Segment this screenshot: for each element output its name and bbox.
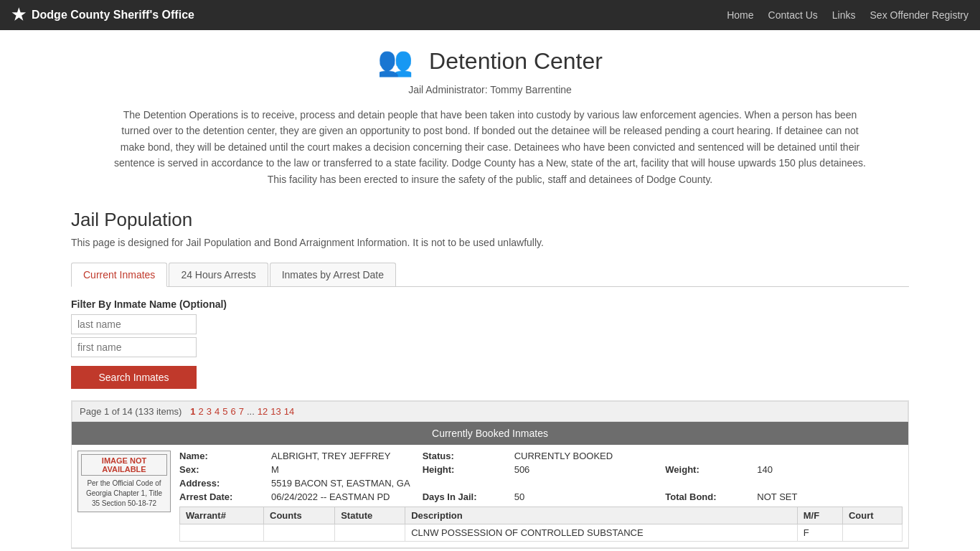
charge-statute <box>335 524 405 541</box>
col-court: Court <box>842 507 902 524</box>
nav-links: Home Contact Us Links Sex Offender Regis… <box>727 9 969 21</box>
col-statute: Statute <box>335 507 405 524</box>
col-mf: M/F <box>797 507 842 524</box>
tabs-container: Current Inmates 24 Hours Arrests Inmates… <box>71 263 909 287</box>
filter-section: Filter By Inmate Name (Optional) Search … <box>71 298 909 389</box>
charge-warrant <box>180 524 264 541</box>
search-button[interactable]: Search Inmates <box>71 366 197 389</box>
charges-table: Warrant# Counts Statute Description M/F … <box>179 507 903 542</box>
brand-name: Dodge County Sheriff's Office <box>32 9 194 22</box>
jail-population-title: Jail Population <box>71 209 909 231</box>
col-description: Description <box>405 507 798 524</box>
status-value: CURRENTLY BOOKED <box>514 451 903 461</box>
admin-line: Jail Administrator: Tommy Barrentine <box>71 84 909 95</box>
charge-mf: F <box>797 524 842 541</box>
tab-24hr-arrests[interactable]: 24 Hours Arrests <box>169 263 268 286</box>
admin-label: Jail Administrator: <box>408 84 487 95</box>
page-1[interactable]: 1 <box>190 406 195 417</box>
title-row: 👥 Detention Center <box>71 44 909 78</box>
page-13[interactable]: 13 <box>270 406 281 417</box>
page-info: Page 1 of 14 (133 items) <box>80 406 182 417</box>
main-container: 👥 Detention Center Jail Administrator: T… <box>60 30 920 551</box>
no-image-label: IMAGE NOT AVAILABLE <box>81 454 167 476</box>
inmate-photo: IMAGE NOT AVAILABLE Per the Official Cod… <box>77 451 171 512</box>
booked-header: Currently Booked Inmates <box>72 422 908 445</box>
name-value: ALBRIGHT, TREY JEFFREY <box>271 451 417 461</box>
col-warrant: Warrant# <box>180 507 264 524</box>
arrest-date-label: Arrest Date: <box>179 491 265 502</box>
tab-current-inmates[interactable]: Current Inmates <box>71 263 167 287</box>
height-label: Height: <box>423 464 509 475</box>
navbar: ★ Dodge County Sheriff's Office Home Con… <box>0 0 980 30</box>
days-value: 50 <box>514 491 660 502</box>
bond-value: NOT SET <box>757 491 903 502</box>
page-7[interactable]: 7 <box>239 406 244 417</box>
arrest-date-value: 06/24/2022 -- EASTMAN PD <box>271 491 417 502</box>
last-name-input[interactable] <box>71 314 197 334</box>
pagination-row: Page 1 of 14 (133 items) 1 2 3 4 5 6 7 .… <box>72 401 908 422</box>
name-label: Name: <box>179 451 265 461</box>
address-label: Address: <box>179 478 265 489</box>
table-row: IMAGE NOT AVAILABLE Per the Official Cod… <box>72 445 908 548</box>
page-12[interactable]: 12 <box>258 406 268 417</box>
inmate-details-grid: Name: ALBRIGHT, TREY JEFFREY Status: CUR… <box>179 451 903 502</box>
admin-name: Tommy Barrentine <box>490 84 572 95</box>
inmate-details: Name: ALBRIGHT, TREY JEFFREY Status: CUR… <box>179 451 903 542</box>
people-icon: 👥 <box>377 44 413 78</box>
page-14[interactable]: 14 <box>284 406 294 417</box>
jail-population-section: Jail Population This page is designed fo… <box>71 209 909 549</box>
page-4[interactable]: 4 <box>215 406 220 417</box>
weight-label: Weight: <box>665 464 751 475</box>
charge-court <box>842 524 902 541</box>
filter-label: Filter By Inmate Name (Optional) <box>71 298 909 310</box>
page-ellipsis: ... <box>247 406 255 417</box>
inmate-table-container: Page 1 of 14 (133 items) 1 2 3 4 5 6 7 .… <box>71 400 909 549</box>
description-text: The Detention Operations is to receive, … <box>113 107 867 187</box>
nav-sex-offender[interactable]: Sex Offender Registry <box>870 9 969 21</box>
nav-contact[interactable]: Contact Us <box>768 9 818 21</box>
page-2[interactable]: 2 <box>199 406 204 417</box>
page-3[interactable]: 3 <box>207 406 212 417</box>
charge-row: CLNW POSSESSION OF CONTROLLED SUBSTANCE … <box>180 524 903 541</box>
status-label: Status: <box>423 451 509 461</box>
page-6[interactable]: 6 <box>231 406 236 417</box>
tab-arrest-date[interactable]: Inmates by Arrest Date <box>270 263 396 286</box>
nav-home[interactable]: Home <box>727 9 753 21</box>
days-label: Days In Jail: <box>423 491 509 502</box>
page-title: Detention Center <box>429 48 603 75</box>
sex-label: Sex: <box>179 464 265 475</box>
jail-population-subtitle: This page is designed for Jail Populatio… <box>71 237 909 248</box>
col-counts: Counts <box>264 507 335 524</box>
bond-label: Total Bond: <box>665 491 751 502</box>
charge-description: CLNW POSSESSION OF CONTROLLED SUBSTANCE <box>405 524 798 541</box>
brand: ★ Dodge County Sheriff's Office <box>11 6 727 24</box>
page-5[interactable]: 5 <box>222 406 227 417</box>
sex-value: M <box>271 464 417 475</box>
star-icon: ★ <box>11 6 26 24</box>
photo-legal-text: Per the Official Code of Georgia Chapter… <box>81 479 167 509</box>
nav-links-link[interactable]: Links <box>832 9 856 21</box>
height-value: 506 <box>514 464 660 475</box>
first-name-input[interactable] <box>71 337 197 357</box>
weight-value: 140 <box>757 464 903 475</box>
charge-counts <box>264 524 335 541</box>
address-value: 5519 BACON ST, EASTMAN, GA <box>271 478 903 489</box>
detention-header: 👥 Detention Center Jail Administrator: T… <box>71 44 909 187</box>
